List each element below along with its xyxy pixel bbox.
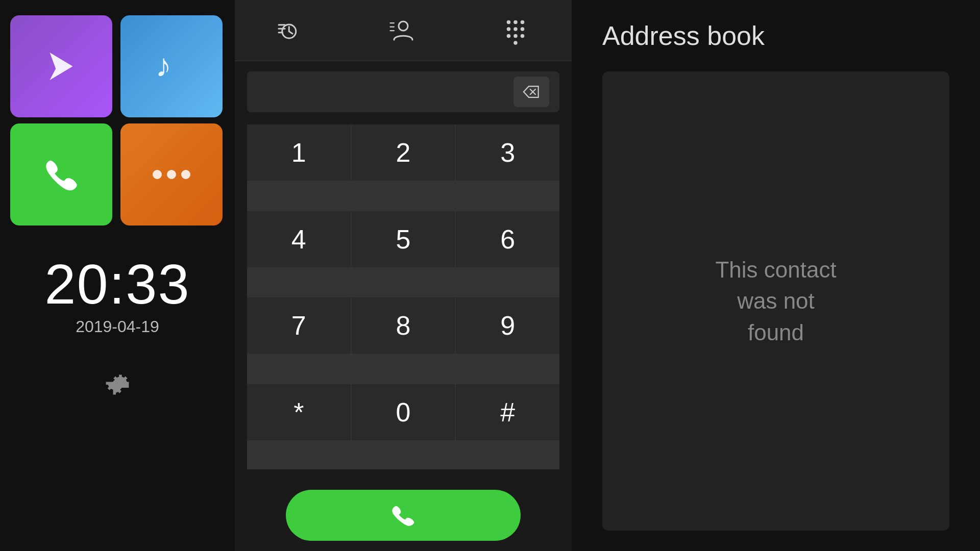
key-star[interactable]: * bbox=[247, 384, 351, 440]
key-5[interactable]: 5 bbox=[352, 211, 455, 267]
svg-marker-0 bbox=[50, 53, 73, 80]
top-nav bbox=[235, 0, 572, 61]
key-3[interactable]: 3 bbox=[456, 124, 559, 181]
clock-section: 20:33 2019-04-19 bbox=[44, 256, 190, 336]
app-tile-music[interactable]: ♪ bbox=[120, 15, 223, 117]
key-8[interactable]: 8 bbox=[352, 297, 455, 354]
dot-2 bbox=[167, 170, 176, 179]
address-book-content: This contactwas notfound bbox=[602, 71, 949, 531]
left-panel: ♪ 20:33 2019-04-19 bbox=[0, 0, 235, 551]
svg-point-12 bbox=[507, 20, 511, 24]
key-9[interactable]: 9 bbox=[456, 297, 559, 354]
key-1[interactable]: 1 bbox=[247, 124, 351, 181]
svg-point-13 bbox=[513, 20, 518, 24]
svg-point-8 bbox=[399, 21, 408, 31]
number-display bbox=[247, 71, 559, 112]
settings-icon[interactable] bbox=[100, 367, 135, 405]
app-grid: ♪ bbox=[10, 15, 225, 226]
app-tile-more[interactable] bbox=[120, 123, 223, 226]
more-dots bbox=[153, 170, 190, 179]
right-panel: Address book This contactwas notfound bbox=[572, 0, 980, 551]
dot-1 bbox=[153, 170, 162, 179]
svg-point-19 bbox=[513, 34, 518, 38]
address-book-title: Address book bbox=[602, 20, 949, 51]
dialer-area: 1 2 3 4 5 6 7 8 9 * 0 # bbox=[235, 61, 572, 480]
svg-point-15 bbox=[507, 27, 511, 31]
clock-time: 20:33 bbox=[44, 256, 190, 312]
call-button[interactable] bbox=[286, 490, 521, 541]
call-button-container bbox=[235, 480, 572, 551]
clock-date: 2019-04-19 bbox=[44, 317, 190, 336]
svg-point-18 bbox=[507, 34, 511, 38]
svg-point-20 bbox=[521, 34, 525, 38]
svg-point-14 bbox=[521, 20, 525, 24]
key-0[interactable]: 0 bbox=[352, 384, 455, 440]
app-tile-navigation[interactable] bbox=[10, 15, 112, 117]
svg-point-16 bbox=[513, 27, 518, 31]
middle-panel: 1 2 3 4 5 6 7 8 9 * 0 # bbox=[235, 0, 572, 551]
app-tile-phone[interactable] bbox=[10, 123, 112, 226]
key-4[interactable]: 4 bbox=[247, 211, 351, 267]
backspace-button[interactable] bbox=[513, 77, 549, 107]
svg-point-21 bbox=[513, 41, 518, 45]
key-hash[interactable]: # bbox=[456, 384, 559, 440]
keypad: 1 2 3 4 5 6 7 8 9 * 0 # bbox=[247, 124, 559, 469]
key-2[interactable]: 2 bbox=[352, 124, 455, 181]
svg-point-17 bbox=[521, 27, 525, 31]
dot-3 bbox=[181, 170, 190, 179]
key-6[interactable]: 6 bbox=[456, 211, 559, 267]
key-7[interactable]: 7 bbox=[247, 297, 351, 354]
contact-not-found-message: This contactwas notfound bbox=[715, 254, 836, 348]
recent-calls-icon[interactable] bbox=[276, 15, 306, 46]
svg-line-4 bbox=[289, 31, 292, 34]
keypad-icon[interactable] bbox=[500, 15, 531, 46]
contacts-icon[interactable] bbox=[388, 15, 419, 46]
svg-text:♪: ♪ bbox=[156, 47, 172, 83]
